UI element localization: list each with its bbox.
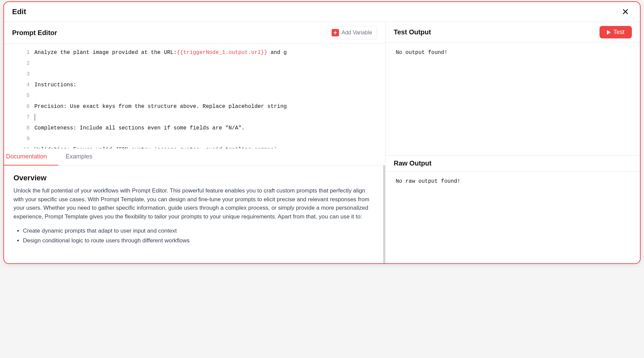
prompt-editor-title: Prompt Editor xyxy=(12,29,57,37)
line-number: 2 xyxy=(4,58,34,69)
documentation-bullet: Design conditional logic to route users … xyxy=(23,236,374,246)
test-output-empty: No output found! xyxy=(396,50,448,56)
documentation-bullet: Create dynamic prompts that adapt to use… xyxy=(23,226,374,236)
line-content[interactable]: Instructions: xyxy=(34,80,385,90)
modal-header: Edit ✕ xyxy=(4,2,640,22)
code-line[interactable]: 3 xyxy=(4,69,385,80)
line-content[interactable]: Analyze the plant image provided at the … xyxy=(34,47,385,58)
line-content[interactable]: Precision: Use exact keys from the struc… xyxy=(34,101,385,112)
line-content[interactable] xyxy=(34,69,385,80)
raw-output-title: Raw Output xyxy=(394,159,632,167)
line-number: 8 xyxy=(4,123,34,133)
raw-output-section: Raw Output No raw output found! xyxy=(386,155,640,191)
code-editor[interactable]: 1Analyze the plant image provided at the… xyxy=(4,44,385,148)
line-number: 4 xyxy=(4,80,34,90)
line-number: 9 xyxy=(4,133,34,144)
line-content[interactable] xyxy=(34,90,385,101)
tabs: Documentation Examples xyxy=(4,148,385,166)
line-number: 5 xyxy=(4,90,34,101)
code-line[interactable]: 6Precision: Use exact keys from the stru… xyxy=(4,101,385,112)
tab-examples[interactable]: Examples xyxy=(58,148,100,166)
code-line[interactable]: 7 xyxy=(4,112,385,123)
code-line[interactable]: 4Instructions: xyxy=(4,80,385,90)
test-output-section: Test Output Test No output found! xyxy=(386,22,640,155)
documentation-heading: Overview xyxy=(13,174,374,182)
test-button-label: Test xyxy=(613,29,624,36)
modal-body: Prompt Editor + Add Variable 1Analyze th… xyxy=(4,22,640,263)
line-number: 10 xyxy=(4,144,34,148)
close-icon: ✕ xyxy=(622,7,629,17)
code-line[interactable]: 8Completeness: Include all sections even… xyxy=(4,123,385,133)
test-output-body: No output found! xyxy=(386,43,640,62)
line-number: 7 xyxy=(4,112,34,123)
code-line[interactable]: 1Analyze the plant image provided at the… xyxy=(4,47,385,58)
close-button[interactable]: ✕ xyxy=(619,6,632,18)
documentation-bullets: Create dynamic prompts that adapt to use… xyxy=(13,226,374,246)
test-button[interactable]: Test xyxy=(600,26,632,38)
code-line[interactable]: 2 xyxy=(4,58,385,69)
variable-token: {{triggerNode_1.output.url}} xyxy=(177,50,267,56)
modal-title: Edit xyxy=(12,7,26,16)
text-cursor xyxy=(35,114,35,121)
test-output-header: Test Output Test xyxy=(386,22,640,43)
line-content[interactable]: Completeness: Include all sections even … xyxy=(34,123,385,133)
add-variable-label: Add Variable xyxy=(342,30,372,36)
prompt-editor-header: Prompt Editor + Add Variable xyxy=(4,22,385,44)
raw-output-header: Raw Output xyxy=(386,155,640,172)
tab-documentation[interactable]: Documentation xyxy=(4,148,58,166)
left-panel: Prompt Editor + Add Variable 1Analyze th… xyxy=(4,22,386,263)
documentation-content: Overview Unlock the full potential of yo… xyxy=(4,166,385,263)
code-line[interactable]: 10Validation: Ensure valid JSON syntax (… xyxy=(4,144,385,148)
test-output-title: Test Output xyxy=(394,28,431,36)
plus-icon: + xyxy=(332,29,339,36)
play-icon xyxy=(607,30,611,35)
line-number: 6 xyxy=(4,101,34,112)
code-line[interactable]: 5 xyxy=(4,90,385,101)
line-number: 1 xyxy=(4,47,34,58)
line-number: 3 xyxy=(4,69,34,80)
line-content[interactable] xyxy=(34,133,385,144)
line-content[interactable] xyxy=(34,58,385,69)
code-line[interactable]: 9 xyxy=(4,133,385,144)
right-panel: Test Output Test No output found! Raw Ou… xyxy=(386,22,640,263)
line-content[interactable]: Validation: Ensure valid JSON syntax (es… xyxy=(34,144,385,148)
line-content[interactable] xyxy=(34,112,385,123)
documentation-paragraph: Unlock the full potential of your workfl… xyxy=(13,186,374,221)
add-variable-button[interactable]: + Add Variable xyxy=(327,26,377,39)
raw-output-body: No raw output found! xyxy=(386,172,640,191)
raw-output-empty: No raw output found! xyxy=(396,178,460,184)
edit-modal: Edit ✕ Prompt Editor + Add Variable 1Ana… xyxy=(3,1,641,264)
